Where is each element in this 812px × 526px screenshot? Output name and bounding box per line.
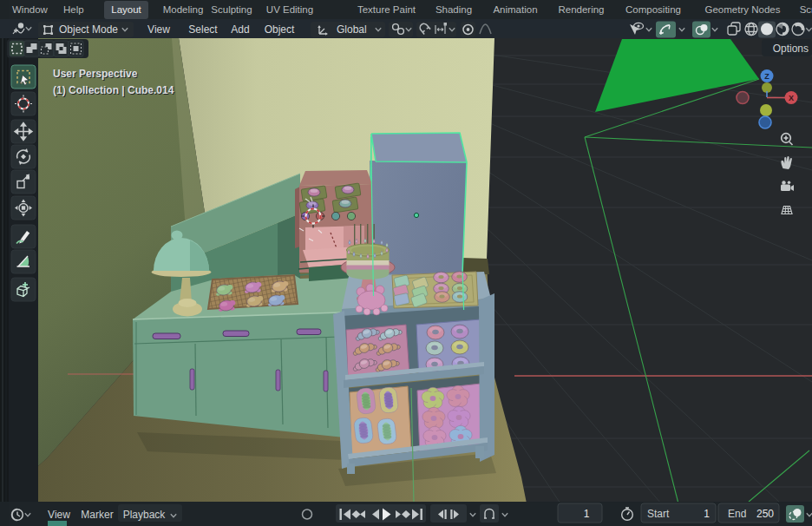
svg-text:Global: Global: [337, 23, 367, 36]
svg-text:View: View: [48, 509, 70, 521]
svg-text:Texture Paint: Texture Paint: [357, 4, 416, 15]
svg-text:Object: Object: [265, 23, 295, 36]
svg-text:Start: Start: [647, 508, 670, 520]
svg-text:Modeling: Modeling: [163, 4, 204, 15]
svg-text:UV Editing: UV Editing: [266, 4, 313, 15]
svg-text:View: View: [147, 23, 170, 36]
svg-text:(1) Collection | Cube.014: (1) Collection | Cube.014: [53, 84, 174, 96]
svg-text:Marker: Marker: [81, 509, 113, 521]
svg-text:Add: Add: [231, 23, 249, 36]
svg-text:1: 1: [704, 508, 710, 520]
svg-text:Rendering: Rendering: [558, 4, 604, 15]
svg-text:Select: Select: [188, 23, 218, 36]
svg-text:Shading: Shading: [435, 4, 472, 15]
svg-text:Playback: Playback: [123, 509, 167, 521]
svg-text:Object Mode: Object Mode: [59, 23, 118, 36]
svg-text:Window: Window: [12, 4, 49, 15]
svg-text:User Perspective: User Perspective: [53, 68, 138, 80]
svg-text:Sculpting: Sculpting: [211, 4, 252, 15]
svg-text:End: End: [728, 508, 746, 520]
svg-text:X: X: [789, 94, 794, 102]
svg-text:Compositing: Compositing: [625, 4, 681, 15]
svg-text:1: 1: [584, 508, 590, 520]
svg-text:250: 250: [756, 508, 774, 520]
svg-text:Layout: Layout: [111, 4, 141, 15]
svg-text:Options: Options: [773, 43, 809, 55]
svg-text:Z: Z: [764, 72, 769, 81]
svg-text:Animation: Animation: [493, 4, 537, 15]
svg-text:Geometry Nodes: Geometry Nodes: [705, 4, 781, 15]
svg-text:Help: Help: [63, 4, 84, 15]
svg-text:Scripting: Scripting: [800, 4, 812, 15]
